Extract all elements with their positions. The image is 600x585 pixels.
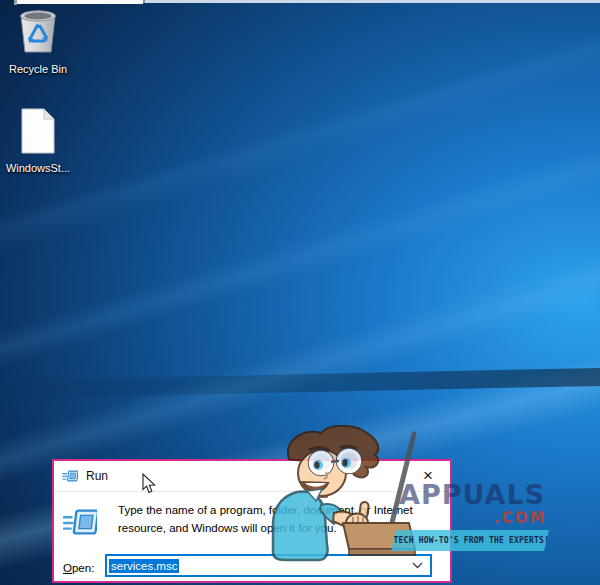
watermark-domain-text: .COM [494, 509, 546, 527]
icon-label: Recycle Bin [4, 63, 72, 76]
run-window-icon [62, 468, 78, 484]
watermark-tagline-text: TECH HOW-TO'S FROM THE EXPERTS! [394, 530, 547, 551]
run-window-icon [63, 505, 97, 539]
watermark-brand-text: APPUALS [399, 481, 545, 508]
file-icon [18, 106, 58, 156]
dialog-title: Run [86, 469, 108, 483]
recycle-bin-icon [14, 5, 62, 57]
open-label: Open: [63, 562, 94, 574]
arrow-cursor-icon [142, 473, 156, 494]
desktop-screen: Recycle Bin WindowsSt... Run × [0, 0, 600, 585]
icon-label: WindowsSt... [4, 162, 72, 175]
desktop-icon-recycle-bin[interactable]: Recycle Bin [4, 5, 72, 76]
watermark-tagline-banner: TECH HOW-TO'S FROM THE EXPERTS! [391, 530, 549, 551]
top-edge-window-remnant [17, 0, 143, 4]
selected-input-text: services.msc [109, 559, 179, 573]
top-edge-window-remnant [145, 0, 600, 3]
desktop-icon-windows-file[interactable]: WindowsSt... [4, 106, 72, 175]
